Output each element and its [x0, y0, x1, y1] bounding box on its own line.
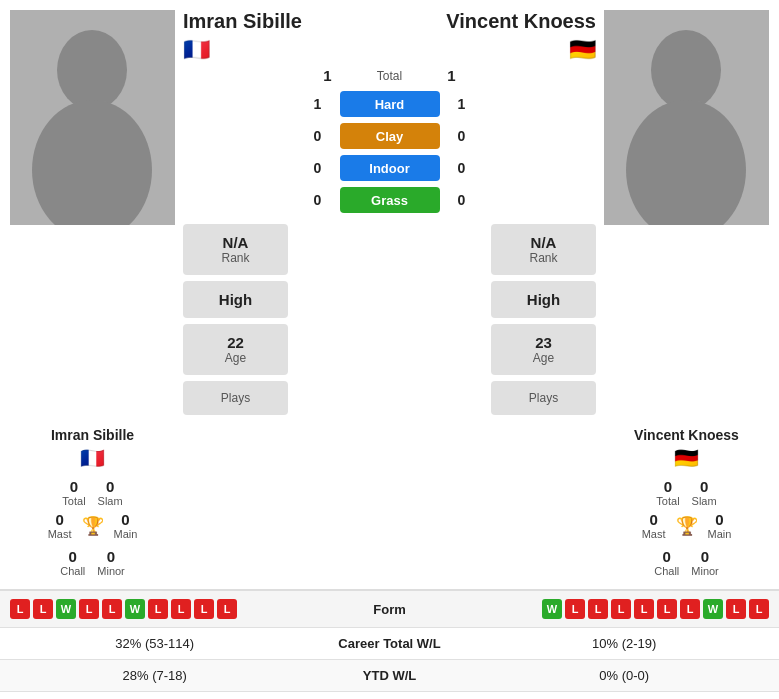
p1-form-badge: L	[79, 599, 99, 619]
p2-form-badge: L	[565, 599, 585, 619]
p1-minor-lbl: Minor	[97, 565, 125, 577]
p1-plays-box: Plays	[183, 381, 288, 415]
p2-clay: 0	[450, 128, 474, 144]
p1-flag: 🇫🇷	[80, 446, 105, 470]
p1-chall-val: 0	[69, 548, 77, 565]
p1-clay: 0	[306, 128, 330, 144]
p2-form-badge: W	[703, 599, 723, 619]
p1-ytd-wl: 28% (7-18)	[10, 668, 300, 683]
p1-slam-stat: 0 Slam	[98, 478, 123, 507]
p2-mast-val: 0	[649, 511, 657, 528]
p1-chall-lbl: Chall	[60, 565, 85, 577]
indoor-row: 0 Indoor 0	[183, 155, 596, 181]
hard-badge: Hard	[340, 91, 440, 117]
p2-rank-val: N/A	[531, 234, 557, 251]
p2-main-lbl: Main	[708, 528, 732, 540]
svg-point-4	[651, 30, 721, 110]
p2-form-badge: W	[542, 599, 562, 619]
p1-minor-stat: 0 Minor	[97, 548, 125, 577]
p1-total-stat: 0 Total	[62, 478, 85, 507]
player2-flag: 🇩🇪	[569, 37, 596, 63]
center-spacer	[175, 421, 604, 577]
p1-slam-val: 0	[106, 478, 114, 495]
p2-form-badge: L	[726, 599, 746, 619]
player1-flag: 🇫🇷	[183, 37, 210, 63]
flags-row: 🇫🇷 🇩🇪	[183, 37, 596, 63]
p2-indoor: 0	[450, 160, 474, 176]
p1-grass: 0	[306, 192, 330, 208]
grass-badge: Grass	[340, 187, 440, 213]
p1-rank-lbl: Rank	[221, 251, 249, 265]
clay-badge: Clay	[340, 123, 440, 149]
p2-rank-lbl: Rank	[529, 251, 557, 265]
svg-point-1	[57, 30, 127, 110]
p2-form-badge: L	[588, 599, 608, 619]
p1-form-badge: L	[148, 599, 168, 619]
p2-hand-box: High	[491, 281, 596, 318]
p2-name: Vincent Knoess	[634, 427, 739, 443]
p1-total-score: 1	[316, 67, 340, 84]
p1-form-badge: L	[10, 599, 30, 619]
center-info: Imran Sibille Vincent Knoess 🇫🇷 🇩🇪 1 Tot…	[175, 10, 604, 415]
p1-plays-lbl: Plays	[221, 391, 250, 405]
p2-age-val: 23	[535, 334, 552, 351]
player1-title: Imran Sibille	[183, 10, 380, 33]
career-wl-label: Career Total W/L	[300, 636, 480, 651]
p2-top-stats: 0 Total 0 Slam	[656, 478, 716, 507]
p1-main-stat: 0 Main	[114, 511, 138, 540]
p1-top-stats: 0 Total 0 Slam	[62, 478, 122, 507]
player1-photo	[10, 10, 175, 225]
p2-slam-val: 0	[700, 478, 708, 495]
p1-name: Imran Sibille	[51, 427, 134, 443]
p2-grass: 0	[450, 192, 474, 208]
player2-photo	[604, 10, 769, 225]
p2-plays-box: Plays	[491, 381, 596, 415]
indoor-badge: Indoor	[340, 155, 440, 181]
p1-main-lbl: Main	[114, 528, 138, 540]
p1-form-badge: W	[56, 599, 76, 619]
p1-hand-box: High	[183, 281, 288, 318]
form-label: Form	[340, 602, 440, 617]
p2-mast-lbl: Mast	[642, 528, 666, 540]
p1-indoor: 0	[306, 160, 330, 176]
p2-chall-stat: 0 Chall	[654, 548, 679, 577]
p1-chall-stat: 0 Chall	[60, 548, 85, 577]
p2-below-photo: Vincent Knoess 🇩🇪 0 Total 0 Slam 0 Mast …	[604, 421, 769, 577]
p2-form-badge: L	[657, 599, 677, 619]
p1-slam-lbl: Slam	[98, 495, 123, 507]
p2-hand-val: High	[527, 291, 560, 308]
p1-bottom-stats: 0 Chall 0 Minor	[60, 548, 125, 577]
p1-form-badge: L	[33, 599, 53, 619]
p1-form-badge: L	[171, 599, 191, 619]
ytd-wl-row: 28% (7-18) YTD W/L 0% (0-0)	[0, 660, 779, 692]
p2-rank-box: N/A Rank	[491, 224, 596, 275]
top-row: Imran Sibille Vincent Knoess 🇫🇷 🇩🇪 1 Tot…	[0, 0, 779, 415]
p1-mast-lbl: Mast	[48, 528, 72, 540]
p2-total-val: 0	[664, 478, 672, 495]
p2-form-badges: WLLLLLLWLL	[440, 599, 770, 619]
p2-total-stat: 0 Total	[656, 478, 679, 507]
p2-bottom-stats: 0 Chall 0 Minor	[654, 548, 719, 577]
p2-plays-lbl: Plays	[529, 391, 558, 405]
p1-mast-stat: 0 Mast	[48, 511, 72, 540]
p2-form-badge: L	[749, 599, 769, 619]
clay-row: 0 Clay 0	[183, 123, 596, 149]
p2-chall-val: 0	[663, 548, 671, 565]
p1-form-badge: L	[194, 599, 214, 619]
total-label: Total	[350, 69, 430, 83]
p2-age-lbl: Age	[533, 351, 554, 365]
p1-age-lbl: Age	[225, 351, 246, 365]
mid-boxes: N/A Rank High 22 Age Plays	[183, 224, 596, 415]
grass-row: 0 Grass 0	[183, 187, 596, 213]
p1-trophy-row: 0 Mast 🏆 0 Main	[48, 511, 138, 540]
player2-title: Vincent Knoess	[400, 10, 597, 33]
p1-career-wl: 32% (53-114)	[10, 636, 300, 651]
p2-flag: 🇩🇪	[674, 446, 699, 470]
p1-total-val: 0	[70, 478, 78, 495]
p1-mast-val: 0	[55, 511, 63, 528]
p1-rank-box: N/A Rank	[183, 224, 288, 275]
p2-form-badge: L	[680, 599, 700, 619]
p1-rank-val: N/A	[223, 234, 249, 251]
p2-total-score: 1	[440, 67, 464, 84]
p2-slam-lbl: Slam	[692, 495, 717, 507]
